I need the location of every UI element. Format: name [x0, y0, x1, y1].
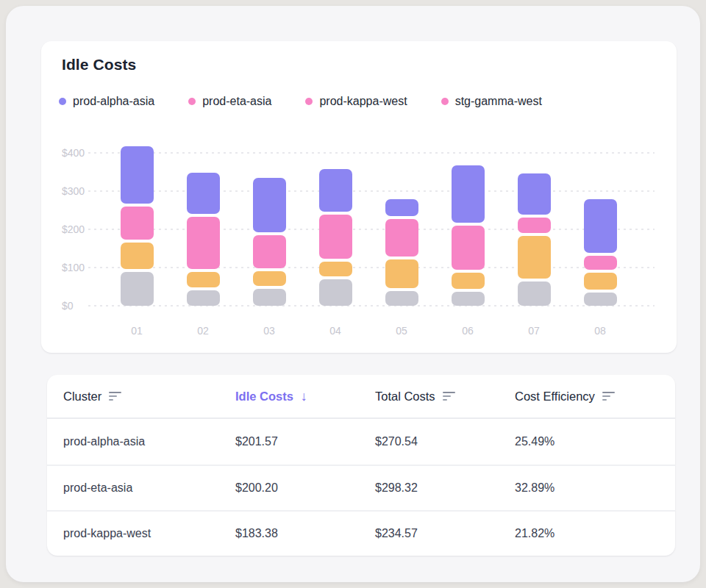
column-header-3[interactable]: Cost Efficiency: [515, 390, 675, 404]
bar-segment-stg-gamma-west[interactable]: [518, 282, 551, 306]
table-row: prod-alpha-asia$201.57$270.5425.49%: [47, 419, 675, 465]
x-axis-label: 08: [584, 325, 617, 337]
x-axis-label: 06: [452, 325, 485, 337]
y-axis-tick-label: $400: [62, 147, 106, 159]
column-header-label: Total Costs: [375, 390, 435, 404]
cell-total_costs: $298.32: [375, 481, 515, 495]
y-axis-tick-label: $300: [62, 185, 106, 197]
cell-cluster: prod-eta-asia: [63, 481, 235, 495]
x-axis-label: 03: [253, 325, 286, 337]
bar-segment-prod-alpha-asia[interactable]: [121, 146, 154, 204]
bar-segment-prod-eta-asia[interactable]: [584, 256, 617, 270]
cell-cost_efficiency: 21.82%: [515, 527, 675, 540]
bar-segment-prod-kappa-west[interactable]: [253, 271, 286, 286]
sort-icon: [602, 392, 615, 401]
table-header-row: ClusterIdle Costs↓Total CostsCost Effici…: [47, 375, 675, 419]
gridline: [88, 152, 655, 154]
gridline: [88, 229, 655, 230]
bar-segment-prod-eta-asia[interactable]: [452, 226, 485, 270]
bar-segment-prod-alpha-asia[interactable]: [253, 178, 286, 232]
stacked-bar-chart: $0$100$200$300$4000102030405060708: [41, 41, 677, 353]
x-axis-label: 01: [121, 325, 154, 337]
column-header-label: Cluster: [63, 390, 101, 404]
bar-segment-prod-alpha-asia[interactable]: [319, 169, 352, 211]
table-row: prod-eta-asia$200.20$298.3232.89%: [47, 465, 675, 510]
bar-segment-prod-kappa-west[interactable]: [518, 236, 551, 279]
y-axis-tick-label: $0: [62, 300, 106, 312]
bar-segment-stg-gamma-west[interactable]: [253, 289, 286, 306]
y-axis-tick-label: $200: [62, 223, 106, 235]
cell-cost_efficiency: 32.89%: [515, 481, 675, 495]
bar-segment-prod-eta-asia[interactable]: [253, 235, 286, 269]
bar-segment-prod-kappa-west[interactable]: [452, 273, 485, 289]
table-row: prod-kappa-west$183.38$234.5721.82%: [47, 510, 675, 556]
bar-segment-stg-gamma-west[interactable]: [187, 290, 220, 306]
bar-segment-prod-eta-asia[interactable]: [319, 215, 352, 259]
bar-segment-stg-gamma-west[interactable]: [385, 291, 418, 306]
column-header-0[interactable]: Cluster: [63, 390, 235, 404]
bar-segment-stg-gamma-west[interactable]: [584, 293, 617, 306]
column-header-1[interactable]: Idle Costs↓: [235, 390, 375, 404]
idle-costs-chart-card: Idle Costs prod-alpha-asiaprod-eta-asiap…: [41, 41, 677, 353]
x-axis-label: 07: [518, 325, 551, 337]
bar-segment-prod-alpha-asia[interactable]: [452, 165, 485, 223]
table-body: prod-alpha-asia$201.57$270.5425.49%prod-…: [47, 419, 675, 556]
cell-total_costs: $270.54: [375, 435, 515, 448]
x-axis-label: 05: [385, 325, 418, 337]
cell-cluster: prod-alpha-asia: [63, 435, 235, 448]
sort-icon: [443, 392, 455, 401]
bar-segment-prod-kappa-west[interactable]: [319, 262, 352, 276]
bar-segment-prod-kappa-west[interactable]: [187, 272, 220, 287]
column-header-2[interactable]: Total Costs: [375, 390, 515, 404]
cell-cost_efficiency: 25.49%: [515, 435, 675, 448]
cell-cluster: prod-kappa-west: [63, 527, 235, 540]
x-axis-label: 04: [319, 325, 352, 337]
bar-segment-prod-kappa-west[interactable]: [385, 259, 418, 288]
bar-segment-prod-kappa-west[interactable]: [121, 243, 154, 269]
cell-idle_costs: $200.20: [235, 481, 375, 495]
clusters-table-card: ClusterIdle Costs↓Total CostsCost Effici…: [47, 375, 675, 556]
bar-segment-stg-gamma-west[interactable]: [121, 272, 154, 306]
bar-segment-stg-gamma-west[interactable]: [452, 292, 485, 306]
column-header-label: Cost Efficiency: [515, 390, 595, 404]
bar-segment-prod-eta-asia[interactable]: [187, 217, 220, 269]
bar-segment-prod-alpha-asia[interactable]: [187, 173, 220, 214]
x-axis-label: 02: [187, 325, 220, 337]
gridline: [88, 305, 655, 306]
bar-segment-prod-alpha-asia[interactable]: [518, 173, 551, 215]
cell-idle_costs: $183.38: [235, 527, 375, 540]
cell-idle_costs: $201.57: [235, 435, 375, 448]
bar-segment-prod-eta-asia[interactable]: [385, 219, 418, 257]
cell-total_costs: $234.57: [375, 527, 515, 540]
dashboard-panel: Idle Costs prod-alpha-asiaprod-eta-asiap…: [6, 6, 700, 582]
gridline: [88, 267, 655, 268]
y-axis-tick-label: $100: [62, 262, 106, 273]
column-header-label: Idle Costs: [235, 390, 293, 404]
bar-segment-prod-eta-asia[interactable]: [518, 218, 551, 233]
bar-segment-prod-kappa-west[interactable]: [584, 273, 617, 289]
bar-segment-prod-eta-asia[interactable]: [121, 207, 154, 240]
sort-descending-icon: ↓: [301, 390, 307, 403]
gridline: [88, 190, 655, 192]
bar-segment-prod-alpha-asia[interactable]: [584, 199, 617, 253]
bar-segment-prod-alpha-asia[interactable]: [385, 199, 418, 216]
sort-icon: [109, 392, 121, 401]
bar-segment-stg-gamma-west[interactable]: [319, 279, 352, 306]
